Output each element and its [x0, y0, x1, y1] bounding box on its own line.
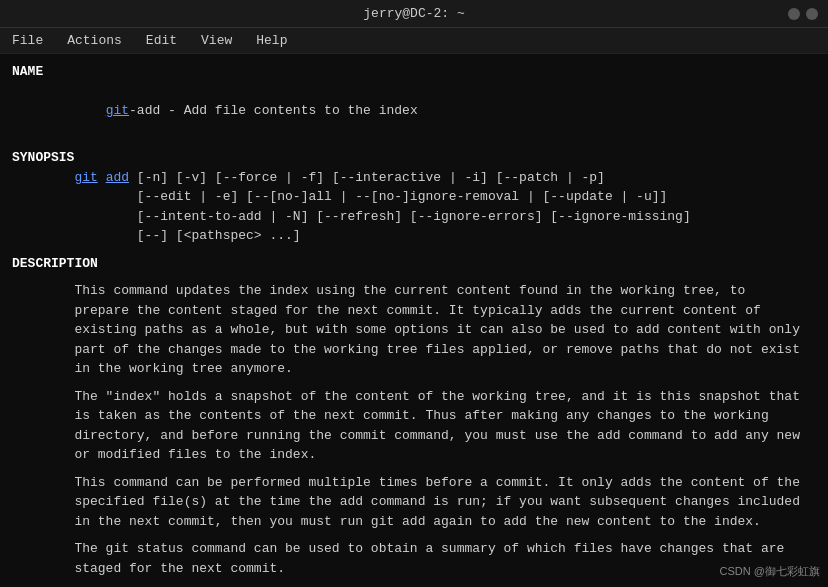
minimize-button[interactable] [788, 8, 800, 20]
para4: The git status command can be used to ob… [12, 539, 816, 578]
menu-help[interactable]: Help [252, 31, 291, 50]
description-section: DESCRIPTION This command updates the ind… [12, 254, 816, 588]
para2: The "index" holds a snapshot of the cont… [12, 387, 816, 465]
menu-view[interactable]: View [197, 31, 236, 50]
description-header: DESCRIPTION [12, 254, 816, 274]
terminal-window: jerry@DC-2: ~ File Actions Edit View Hel… [0, 0, 828, 587]
maximize-button[interactable] [806, 8, 818, 20]
synopsis-header: SYNOPSIS [12, 148, 816, 168]
terminal-content: NAME git-add - Add file contents to the … [0, 54, 828, 587]
watermark: CSDN @御七彩虹旗 [720, 564, 820, 579]
window-controls [788, 8, 818, 20]
synopsis-line3: [--intent-to-add | -N] [--refresh] [--ig… [12, 207, 816, 227]
git-keyword: git [106, 103, 129, 118]
menu-bar: File Actions Edit View Help [0, 28, 828, 54]
synopsis-line4: [--] [<pathspec> ...] [12, 226, 816, 246]
name-content: git-add - Add file contents to the index [12, 82, 816, 141]
synopsis-section: SYNOPSIS git add [-n] [-v] [--force | -f… [12, 148, 816, 246]
name-section: NAME git-add - Add file contents to the … [12, 62, 816, 140]
menu-actions[interactable]: Actions [63, 31, 126, 50]
git-synopsis: git [74, 170, 97, 185]
menu-file[interactable]: File [8, 31, 47, 50]
window-title: jerry@DC-2: ~ [363, 6, 464, 21]
para3: This command can be performed multiple t… [12, 473, 816, 532]
name-header: NAME [12, 62, 816, 82]
title-bar: jerry@DC-2: ~ [0, 0, 828, 28]
para1: This command updates the index using the… [12, 281, 816, 379]
synopsis-line2: [--edit | -e] [--[no-]all | --[no-]ignor… [12, 187, 816, 207]
synopsis-line1: git add [-n] [-v] [--force | -f] [--inte… [12, 168, 816, 188]
menu-edit[interactable]: Edit [142, 31, 181, 50]
